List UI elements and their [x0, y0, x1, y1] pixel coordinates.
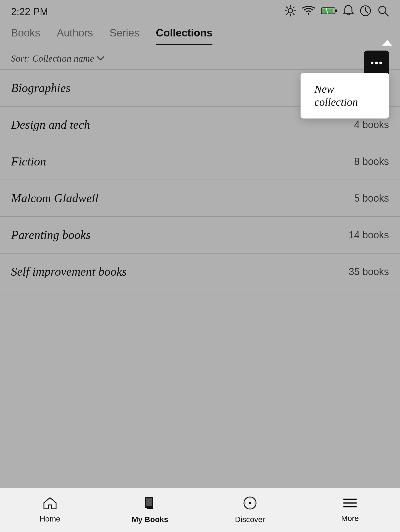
- svg-rect-19: [146, 498, 152, 506]
- search-icon[interactable]: [377, 5, 389, 19]
- collection-count: 35 books: [349, 266, 389, 278]
- svg-line-5: [286, 7, 288, 8]
- bottom-nav: Home My Books Discover: [0, 488, 400, 532]
- bottom-nav-mybooks[interactable]: My Books: [100, 496, 200, 524]
- tab-collections[interactable]: Collections: [156, 22, 212, 45]
- new-collection-menu: New collection: [301, 73, 389, 118]
- collection-count: 14 books: [349, 229, 389, 241]
- collection-count: 4 books: [354, 119, 389, 131]
- svg-rect-11: [335, 9, 337, 12]
- status-bar: 2:22 PM: [0, 0, 400, 22]
- three-dots-icon: •••: [370, 56, 383, 70]
- tab-authors[interactable]: Authors: [57, 22, 93, 45]
- collection-name: Biographies: [11, 81, 70, 95]
- wifi-icon: [302, 6, 315, 18]
- bottom-nav-more[interactable]: More: [300, 497, 400, 523]
- bottom-nav-home[interactable]: Home: [0, 497, 100, 523]
- discover-icon: [243, 496, 257, 513]
- sort-bar: Sort: Collection name ••• New collection: [0, 45, 400, 69]
- svg-point-22: [249, 502, 251, 504]
- mybooks-label: My Books: [132, 515, 168, 524]
- collection-name: Self improvement books: [11, 265, 127, 279]
- collection-name: Design and tech: [11, 118, 90, 132]
- collection-item-self-improvement[interactable]: Self improvement books 35 books: [0, 253, 400, 290]
- chevron-down-icon: [97, 54, 104, 63]
- tab-bar: Books Authors Series Collections: [0, 22, 400, 45]
- bottom-nav-discover[interactable]: Discover: [200, 496, 300, 524]
- svg-point-0: [288, 9, 293, 13]
- mybooks-icon: [144, 496, 156, 513]
- battery-icon: [321, 6, 337, 17]
- svg-line-7: [293, 7, 294, 8]
- sync-icon: [360, 5, 371, 19]
- sort-label: Sort: Collection name: [11, 53, 94, 64]
- svg-point-9: [308, 14, 309, 15]
- home-label: Home: [40, 515, 60, 523]
- svg-line-8: [286, 14, 288, 15]
- tab-books[interactable]: Books: [11, 22, 40, 45]
- more-icon: [343, 497, 357, 512]
- collection-name: Fiction: [11, 154, 46, 168]
- more-options-button[interactable]: •••: [364, 51, 389, 75]
- svg-point-15: [365, 10, 366, 11]
- home-icon: [43, 497, 57, 512]
- more-label: More: [341, 514, 359, 523]
- svg-line-17: [385, 13, 388, 16]
- tab-series[interactable]: Series: [110, 22, 140, 45]
- collection-item-malcom-gladwell[interactable]: Malcom Gladwell 5 books: [0, 180, 400, 216]
- collection-count: 8 books: [354, 156, 389, 167]
- status-time: 2:22 PM: [11, 6, 48, 18]
- svg-line-6: [293, 14, 294, 15]
- collection-count: 5 books: [354, 193, 389, 204]
- sort-selector[interactable]: Sort: Collection name: [11, 53, 104, 64]
- status-icons: [285, 5, 389, 19]
- collection-name: Parenting books: [11, 228, 91, 242]
- brightness-icon: [285, 5, 296, 19]
- svg-rect-20: [147, 507, 153, 509]
- discover-label: Discover: [235, 515, 265, 524]
- new-collection-button[interactable]: New collection: [301, 73, 389, 118]
- collection-name: Malcom Gladwell: [11, 191, 99, 205]
- collection-item-fiction[interactable]: Fiction 8 books: [0, 143, 400, 180]
- notification-icon: [343, 5, 354, 19]
- collection-item-parenting-books[interactable]: Parenting books 14 books: [0, 216, 400, 253]
- dropdown-arrow: [382, 40, 392, 46]
